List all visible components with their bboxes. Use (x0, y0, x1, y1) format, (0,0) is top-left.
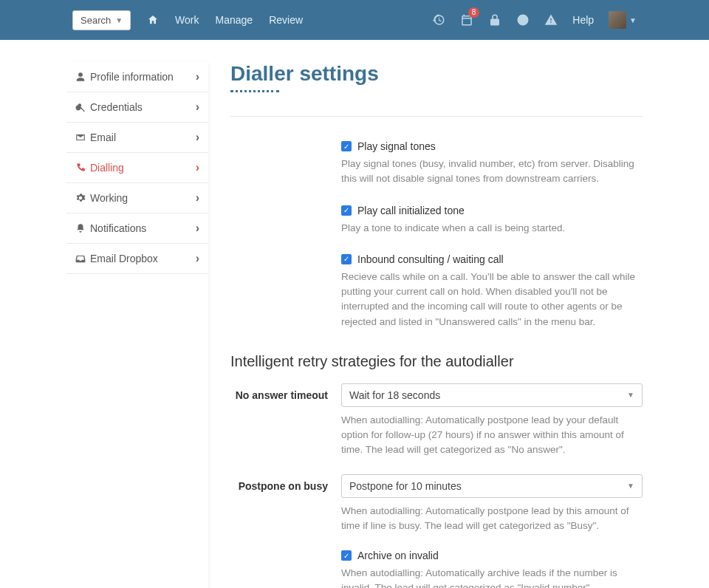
warning-icon[interactable] (544, 13, 558, 27)
key-icon (75, 102, 90, 112)
select-value: Wait for 18 seconds (349, 389, 440, 401)
sidebar-item-label: Working (90, 192, 128, 204)
sidebar-item-label: Dialling (90, 162, 124, 174)
nav-work[interactable]: Work (175, 14, 199, 26)
field-signal-tones: ✓ Play signal tones Play signal tones (b… (341, 140, 643, 187)
sidebar-item-notifications[interactable]: Notifications › (66, 213, 208, 244)
chevron-right-icon: › (196, 161, 199, 174)
sidebar-item-label: Profile information (90, 71, 174, 83)
caret-down-icon: ▼ (115, 16, 123, 24)
history-icon[interactable] (432, 13, 445, 27)
row-no-answer: No answer timeout Wait for 18 seconds ▼ … (230, 383, 643, 458)
help-text: When autodialling: Automatically postpon… (341, 413, 643, 458)
row-archive-invalid: ✓ Archive on invalid When autodialling: … (230, 550, 643, 588)
title-divider (230, 92, 643, 117)
nav-review[interactable]: Review (269, 14, 303, 26)
chevron-right-icon: › (196, 100, 199, 114)
search-label: Search (81, 15, 111, 26)
user-icon (75, 72, 90, 82)
avatar (609, 11, 626, 29)
checkbox-label: Inbound consulting / waiting call (357, 253, 504, 265)
search-button[interactable]: Search ▼ (72, 10, 131, 30)
help-text: Play signal tones (busy, invalid number,… (341, 157, 643, 187)
secondary-nav: 8 Help ▼ (432, 11, 637, 29)
sidebar-item-email[interactable]: Email › (66, 123, 208, 153)
form-label: No answer timeout (230, 383, 341, 401)
checkbox-signal-tones[interactable]: ✓ (341, 141, 352, 151)
caret-down-icon: ▼ (629, 16, 637, 24)
select-no-answer[interactable]: Wait for 18 seconds ▼ (341, 383, 643, 407)
page-title: Dialler settings (230, 62, 643, 86)
phone-icon (75, 163, 90, 173)
checkbox-archive-invalid[interactable]: ✓ (341, 550, 352, 561)
sidebar-item-label: Email Dropbox (90, 253, 158, 264)
home-icon[interactable] (147, 14, 159, 26)
sidebar-item-working[interactable]: Working › (66, 183, 208, 213)
caret-down-icon: ▼ (627, 482, 634, 490)
section-heading: Intelligent retry strategies for the aut… (230, 353, 643, 370)
user-menu[interactable]: ▼ (609, 11, 637, 29)
form-label (230, 550, 341, 555)
envelope-icon (75, 132, 90, 143)
sidebar-item-label: Notifications (90, 222, 146, 234)
select-value: Postpone for 10 minutes (349, 480, 462, 492)
checkbox-label: Archive on invalid (357, 550, 439, 561)
help-text: When autodialling: Automatically archive… (341, 566, 643, 588)
checkbox-label: Play signal tones (357, 140, 436, 152)
sidebar-item-label: Email (90, 131, 116, 143)
checkbox-init-tone[interactable]: ✓ (341, 205, 352, 216)
chevron-right-icon: › (196, 70, 199, 83)
settings-sidebar: Profile information › Credentials › Emai… (66, 62, 208, 588)
notification-badge: 8 (468, 7, 480, 18)
nav-help[interactable]: Help (572, 14, 594, 26)
caret-down-icon: ▼ (627, 391, 634, 399)
help-text: Play a tone to indicate when a call is b… (341, 221, 643, 236)
sidebar-item-label: Credentials (90, 101, 143, 113)
sidebar-item-dropbox[interactable]: Email Dropbox › (66, 244, 208, 274)
cogs-icon (75, 193, 90, 203)
select-postpone-busy[interactable]: Postpone for 10 minutes ▼ (341, 474, 643, 498)
clock-icon[interactable] (516, 13, 530, 27)
calendar-icon[interactable]: 8 (460, 13, 473, 27)
main-content: Dialler settings ✓ Play signal tones Pla… (230, 55, 643, 588)
chevron-right-icon: › (196, 252, 199, 265)
chevron-right-icon: › (196, 222, 199, 235)
inbox-icon (75, 253, 90, 264)
chevron-right-icon: › (196, 131, 199, 144)
top-checkbox-group: ✓ Play signal tones Play signal tones (b… (230, 140, 643, 329)
nav-manage[interactable]: Manage (216, 14, 253, 26)
sidebar-item-profile[interactable]: Profile information › (66, 62, 208, 92)
primary-nav: Work Manage Review (147, 14, 303, 26)
lock-icon[interactable] (488, 13, 501, 27)
help-text: Recieve calls while on a call. You'll be… (341, 270, 643, 329)
checkbox-inbound[interactable]: ✓ (341, 254, 352, 264)
sidebar-item-dialling[interactable]: Dialling › (66, 153, 208, 183)
sidebar-item-credentials[interactable]: Credentials › (66, 92, 208, 123)
checkbox-label: Play call initialized tone (357, 205, 465, 216)
chevron-right-icon: › (196, 191, 199, 205)
form-label: Postpone on busy (230, 474, 341, 492)
bell-icon (75, 223, 90, 233)
page-container: Profile information › Credentials › Emai… (0, 40, 709, 588)
field-inbound: ✓ Inbound consulting / waiting call Reci… (341, 253, 643, 329)
top-navigation-bar: Search ▼ Work Manage Review 8 Help ▼ (0, 0, 709, 40)
row-postpone-busy: Postpone on busy Postpone for 10 minutes… (230, 474, 643, 534)
field-init-tone: ✓ Play call initialized tone Play a tone… (341, 205, 643, 236)
help-text: When autodialling: Automatically postpon… (341, 504, 643, 534)
